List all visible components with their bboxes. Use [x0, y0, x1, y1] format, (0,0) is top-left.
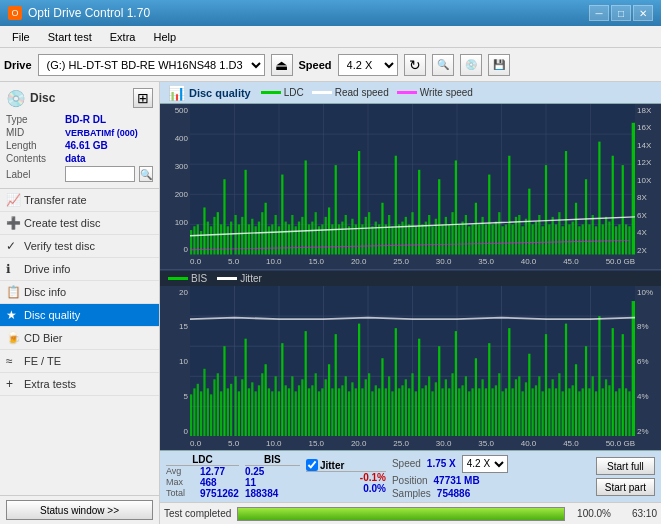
svg-rect-106	[498, 212, 500, 254]
svg-rect-217	[378, 388, 380, 436]
svg-rect-88	[438, 179, 440, 254]
svg-rect-131	[582, 224, 584, 254]
refresh-button[interactable]: ↻	[404, 54, 426, 76]
svg-rect-53	[321, 224, 323, 254]
svg-rect-171	[223, 346, 225, 436]
sidebar-item-drive-info[interactable]: ℹ Drive info	[0, 258, 159, 281]
svg-rect-261	[525, 382, 527, 436]
svg-rect-258	[515, 379, 517, 436]
svg-rect-108	[505, 224, 507, 254]
speed-key: Speed	[392, 458, 421, 469]
status-window-button[interactable]: Status window >>	[6, 500, 153, 520]
sidebar-item-extra-tests[interactable]: + Extra tests	[0, 373, 159, 396]
svg-rect-139	[608, 222, 610, 255]
svg-rect-126	[565, 151, 567, 254]
progress-time: 63:10	[617, 508, 657, 519]
svg-rect-252	[495, 385, 497, 436]
svg-rect-259	[518, 376, 520, 436]
svg-rect-67	[368, 212, 370, 254]
svg-rect-69	[375, 222, 377, 255]
speed-select[interactable]: 4.2 X	[338, 54, 398, 76]
svg-rect-60	[345, 215, 347, 255]
drive-select[interactable]: (G:) HL-DT-ST BD-RE WH16NS48 1.D3	[38, 54, 265, 76]
menu-file[interactable]: File	[4, 29, 38, 45]
label-input[interactable]	[65, 166, 135, 182]
svg-rect-290	[622, 334, 624, 436]
status-text: Test completed	[164, 508, 231, 519]
sidebar-item-disc-quality[interactable]: ★ Disc quality	[0, 304, 159, 327]
svg-rect-233	[431, 391, 433, 436]
sidebar-item-disc-info[interactable]: 📋 Disc info	[0, 281, 159, 304]
legend-read-speed: Read speed	[312, 87, 389, 98]
svg-rect-85	[428, 215, 430, 255]
minimize-button[interactable]: ─	[589, 5, 609, 21]
sidebar-item-cd-bier[interactable]: 🍺 CD Bier	[0, 327, 159, 350]
disc-quality-header: 📊 Disc quality LDC Read speed Write spee…	[160, 82, 661, 104]
svg-rect-104	[491, 224, 493, 254]
disc-info-icon: 📋	[6, 285, 21, 299]
sidebar-item-verify-test-disc[interactable]: ✓ Verify test disc	[0, 235, 159, 258]
menu-extra[interactable]: Extra	[102, 29, 144, 45]
legend-ldc-color	[261, 91, 281, 94]
jitter-checkbox[interactable]	[306, 459, 318, 471]
ly-4pct: 4%	[637, 392, 661, 401]
svg-rect-140	[612, 156, 614, 255]
scan-button[interactable]: 🔍	[432, 54, 454, 76]
eject-button[interactable]: ⏏	[271, 54, 293, 76]
svg-rect-204	[335, 334, 337, 436]
svg-rect-130	[578, 226, 580, 254]
type-label: Type	[6, 114, 61, 125]
start-full-button[interactable]: Start full	[596, 457, 655, 475]
svg-rect-237	[445, 379, 447, 436]
lx-20: 20.0	[351, 439, 367, 448]
svg-rect-202	[328, 364, 330, 436]
lower-y-axis-right: 10% 8% 6% 4% 2%	[635, 286, 661, 437]
label-btn[interactable]: 🔍	[139, 166, 153, 182]
svg-rect-219	[385, 388, 387, 436]
svg-rect-137	[602, 224, 604, 254]
bis-total: 188384	[245, 488, 278, 499]
sidebar-item-create-test-disc[interactable]: ➕ Create test disc	[0, 212, 159, 235]
svg-rect-18	[203, 207, 205, 254]
disc-action-btn[interactable]: ⊞	[133, 88, 153, 108]
y-label-300: 300	[160, 162, 188, 171]
y-label-6x: 6X	[637, 211, 661, 220]
start-part-button[interactable]: Start part	[596, 478, 655, 496]
save-button[interactable]: 💾	[488, 54, 510, 76]
svg-rect-135	[595, 226, 597, 254]
menu-help[interactable]: Help	[145, 29, 184, 45]
contents-label: Contents	[6, 153, 61, 164]
svg-rect-142	[618, 224, 620, 254]
x-40: 40.0	[521, 257, 537, 266]
burn-button[interactable]: 💿	[460, 54, 482, 76]
svg-rect-51	[315, 212, 317, 254]
sidebar-item-transfer-rate[interactable]: 📈 Transfer rate	[0, 189, 159, 212]
lx-0: 0.0	[190, 439, 201, 448]
progress-percent: 100.0%	[571, 508, 611, 519]
menu-start-test[interactable]: Start test	[40, 29, 100, 45]
svg-rect-72	[385, 224, 387, 254]
speed-setting-select[interactable]: 4.2 X	[462, 455, 508, 473]
svg-rect-242	[461, 385, 463, 436]
upper-chart-svg	[190, 104, 635, 255]
lx-45: 45.0	[563, 439, 579, 448]
lower-chart-area	[190, 286, 635, 437]
upper-chart: 500 400 300 200 100 0 18X 16X 14X 12X 10…	[160, 104, 661, 270]
maximize-button[interactable]: □	[611, 5, 631, 21]
upper-chart-area	[190, 104, 635, 255]
sidebar-item-fe-te[interactable]: ≈ FE / TE	[0, 350, 159, 373]
samples-val: 754886	[437, 488, 470, 499]
lx-30: 30.0	[436, 439, 452, 448]
title-bar: O Opti Drive Control 1.70 ─ □ ✕	[0, 0, 661, 26]
close-button[interactable]: ✕	[633, 5, 653, 21]
svg-rect-54	[325, 217, 327, 255]
ly-0: 0	[160, 427, 188, 436]
start-buttons: Start full Start part	[596, 457, 655, 496]
svg-rect-238	[448, 388, 450, 436]
svg-rect-165	[203, 368, 205, 436]
svg-rect-164	[200, 391, 202, 436]
svg-rect-199	[318, 391, 320, 436]
speed-val: 1.75 X	[427, 458, 456, 469]
svg-rect-62	[351, 219, 353, 255]
mid-value: VERBATIMf (000)	[65, 128, 138, 138]
